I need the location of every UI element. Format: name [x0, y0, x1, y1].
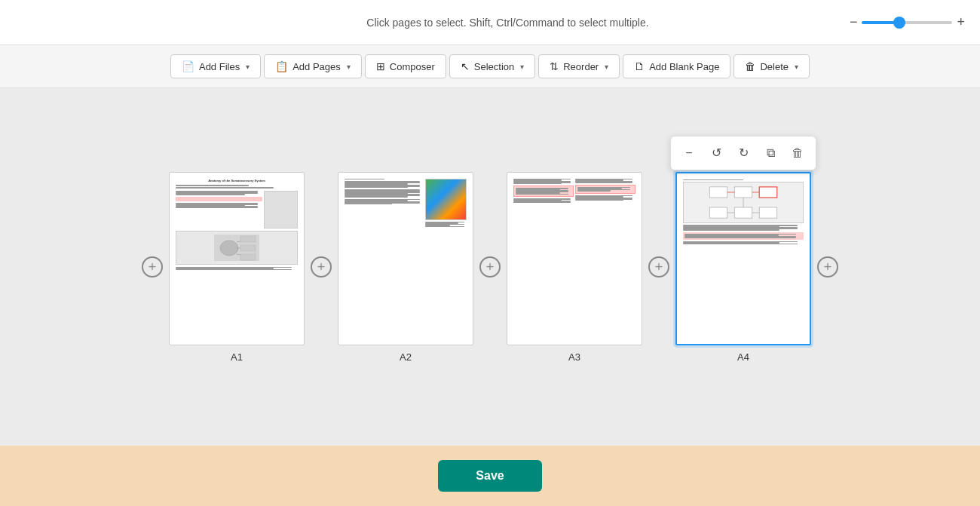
page-card-a4[interactable]: [675, 172, 811, 345]
zoom-out-icon[interactable]: −: [850, 14, 858, 30]
delete-chevron: ▾: [795, 63, 798, 71]
toolbar: 📄 Add Files ▾ 📋 Add Pages ▾ ⊞ Composer ↖…: [0, 45, 980, 88]
main-content: + Anatomy of the Somatosensory System: [0, 88, 980, 446]
float-duplicate-button[interactable]: ⧉: [758, 141, 782, 165]
page-item-a2: A2: [338, 172, 473, 363]
page-card-a3[interactable]: [507, 172, 642, 345]
add-blank-page-button[interactable]: 🗋 Add Blank Page: [623, 54, 730, 78]
page-item-a3: A3: [507, 172, 642, 363]
selection-chevron: ▾: [520, 63, 524, 71]
add-pages-chevron: ▾: [347, 63, 351, 71]
composer-label: Composer: [390, 61, 435, 72]
page-thumb-a1: Anatomy of the Somatosensory System: [170, 173, 304, 345]
add-blank-page-label: Add Blank Page: [649, 61, 719, 72]
page-item-a4: − ↺ ↻ ⧉ 🗑: [675, 172, 811, 363]
delete-label: Delete: [760, 61, 789, 72]
page-wrapper-a4: − ↺ ↻ ⧉ 🗑: [675, 172, 811, 345]
add-files-chevron: ▾: [246, 63, 250, 71]
add-pages-label: Add Pages: [292, 61, 341, 72]
page-label-a1: A1: [231, 351, 243, 363]
bottom-bar: Save: [0, 446, 980, 506]
page-label-a2: A2: [400, 351, 412, 363]
page-thumb-a4: [677, 173, 810, 344]
reorder-label: Reorder: [563, 61, 599, 72]
page-wrapper-a3: [507, 172, 642, 345]
page-card-a2[interactable]: [338, 172, 473, 345]
svg-rect-11: [709, 207, 727, 218]
add-blank-page-icon: 🗋: [634, 60, 645, 72]
delete-icon: 🗑: [745, 60, 755, 72]
composer-icon: ⊞: [376, 60, 385, 72]
add-page-between-a3-a4[interactable]: +: [648, 256, 669, 278]
svg-rect-9: [734, 187, 752, 198]
pages-container: + Anatomy of the Somatosensory System: [136, 172, 844, 363]
add-page-after-a4[interactable]: +: [817, 256, 838, 278]
add-files-icon: 📄: [182, 60, 194, 72]
zoom-controls: − +: [850, 14, 965, 30]
svg-rect-8: [709, 187, 727, 198]
page-label-a4: A4: [737, 351, 749, 363]
save-button[interactable]: Save: [438, 460, 541, 492]
add-pages-icon: 📋: [275, 60, 288, 72]
hint-text: Click pages to select. Shift, Ctrl/Comma…: [166, 17, 850, 29]
reorder-icon: ⇅: [550, 60, 559, 72]
zoom-slider[interactable]: [862, 21, 952, 24]
selection-icon: ↖: [461, 60, 470, 72]
add-files-button[interactable]: 📄 Add Files ▾: [170, 54, 261, 78]
svg-rect-5: [240, 236, 256, 242]
page-thumb-a2: [338, 173, 473, 345]
top-bar: Click pages to select. Shift, Ctrl/Comma…: [0, 0, 980, 45]
page-thumb-a3: [507, 173, 642, 345]
svg-rect-6: [240, 245, 256, 251]
add-files-label: Add Files: [199, 61, 240, 72]
float-rotate-left-button[interactable]: ↺: [704, 141, 728, 165]
reorder-button[interactable]: ⇅ Reorder ▾: [538, 54, 620, 78]
page-wrapper-a2: [338, 172, 473, 345]
svg-point-1: [220, 241, 238, 256]
svg-rect-7: [240, 254, 256, 260]
float-zoom-out-button[interactable]: −: [677, 141, 701, 165]
add-page-between-a1-a2[interactable]: +: [311, 256, 332, 278]
float-delete-button[interactable]: 🗑: [786, 141, 810, 165]
page-label-a3: A3: [568, 351, 580, 363]
add-pages-button[interactable]: 📋 Add Pages ▾: [264, 54, 362, 78]
svg-rect-12: [734, 207, 752, 218]
zoom-in-icon[interactable]: +: [957, 14, 965, 30]
reorder-chevron: ▾: [605, 63, 608, 71]
add-page-between-a2-a3[interactable]: +: [479, 256, 501, 278]
float-toolbar: − ↺ ↻ ⧉ 🗑: [670, 136, 816, 170]
float-rotate-right-button[interactable]: ↻: [731, 141, 755, 165]
svg-rect-10: [759, 187, 777, 198]
page-card-a1[interactable]: Anatomy of the Somatosensory System: [169, 172, 305, 345]
delete-button[interactable]: 🗑 Delete ▾: [733, 54, 810, 78]
composer-button[interactable]: ⊞ Composer: [365, 54, 446, 78]
selection-button[interactable]: ↖ Selection ▾: [449, 54, 535, 78]
selection-label: Selection: [474, 61, 514, 72]
page-wrapper-a1: Anatomy of the Somatosensory System: [169, 172, 305, 345]
page-item-a1: Anatomy of the Somatosensory System: [169, 172, 305, 363]
svg-rect-13: [759, 207, 777, 218]
add-page-before-a1[interactable]: +: [142, 256, 163, 278]
